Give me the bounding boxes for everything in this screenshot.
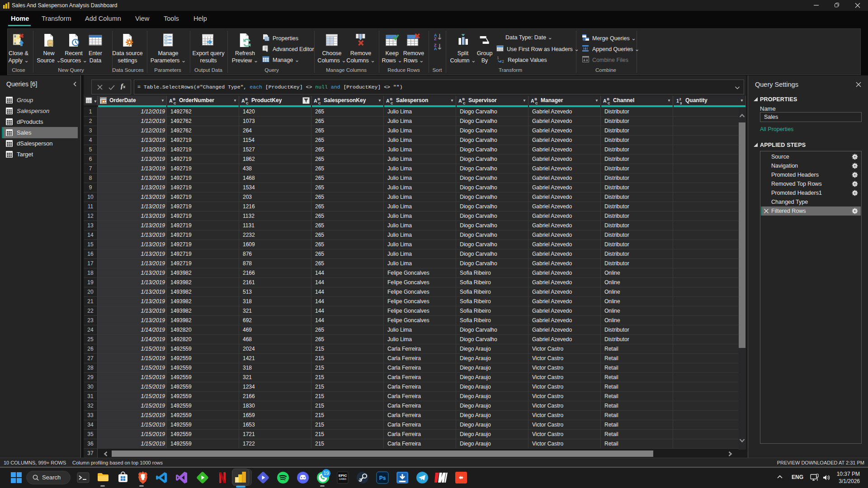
- svg-text:A: A: [434, 47, 437, 51]
- svg-text:A: A: [241, 98, 245, 103]
- svg-text:B: B: [535, 97, 538, 101]
- svg-text:C: C: [463, 101, 466, 105]
- svg-text:C: C: [174, 101, 176, 105]
- svg-text:1: 1: [497, 56, 499, 60]
- svg-text:A: A: [531, 98, 534, 103]
- svg-text:EPIC: EPIC: [339, 474, 347, 478]
- svg-text:C: C: [318, 101, 321, 105]
- svg-text:A: A: [603, 98, 607, 103]
- svg-text:C: C: [535, 101, 538, 105]
- svg-text:C: C: [246, 101, 249, 105]
- svg-text:1: 1: [676, 98, 679, 103]
- svg-text:A: A: [458, 98, 462, 103]
- svg-text:3: 3: [680, 101, 682, 105]
- svg-text:C: C: [391, 101, 393, 105]
- svg-text:B: B: [607, 97, 610, 101]
- svg-text:Ps: Ps: [379, 475, 386, 481]
- svg-text:B: B: [390, 97, 393, 101]
- svg-text:A: A: [314, 98, 317, 103]
- svg-text:2: 2: [502, 59, 504, 63]
- svg-text:B: B: [245, 97, 248, 101]
- svg-text:B: B: [318, 97, 321, 101]
- svg-text:C: C: [608, 101, 610, 105]
- svg-text:GAMES: GAMES: [339, 478, 346, 480]
- svg-text:2: 2: [679, 97, 681, 101]
- svg-text:A: A: [169, 98, 173, 103]
- svg-text:Z: Z: [434, 37, 437, 41]
- svg-text:A: A: [386, 98, 390, 103]
- svg-text:B: B: [462, 97, 465, 101]
- svg-text:B: B: [173, 97, 176, 101]
